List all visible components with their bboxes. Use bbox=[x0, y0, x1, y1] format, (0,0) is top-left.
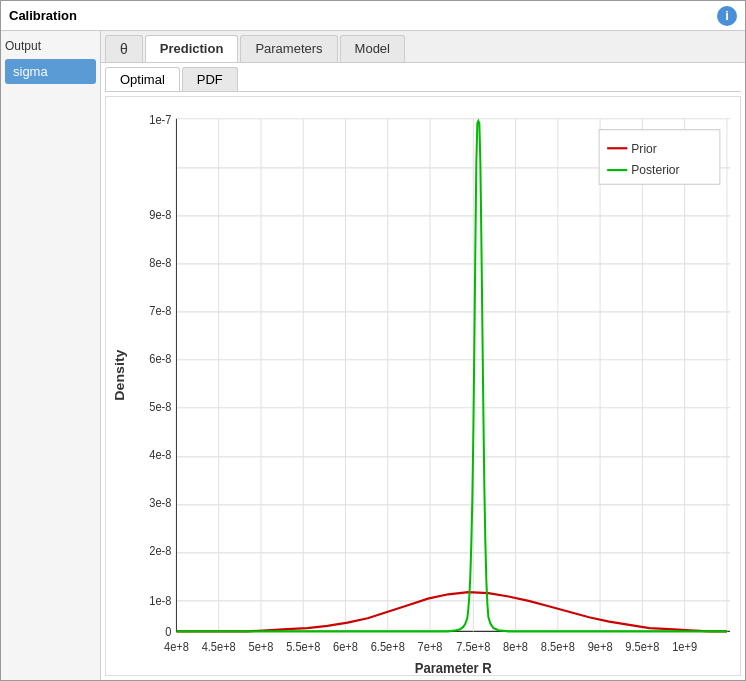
right-panel: θ Prediction Parameters Model Optimal PD… bbox=[101, 31, 745, 680]
chart-container: 0 1e-8 2e-8 3e-8 4e-8 5e-8 6e-8 7e-8 8e-… bbox=[105, 96, 741, 676]
svg-text:Prior: Prior bbox=[631, 141, 656, 156]
svg-text:Parameter R: Parameter R bbox=[415, 660, 492, 675]
svg-text:Density: Density bbox=[113, 349, 127, 401]
svg-text:1e-8: 1e-8 bbox=[149, 595, 171, 607]
tab-model[interactable]: Model bbox=[340, 35, 405, 62]
calibration-window: Calibration i Output sigma θ Prediction … bbox=[0, 0, 746, 681]
svg-text:9e-8: 9e-8 bbox=[149, 209, 171, 221]
sidebar-item-sigma[interactable]: sigma bbox=[5, 59, 96, 84]
sub-tab-optimal[interactable]: Optimal bbox=[105, 67, 180, 91]
svg-text:5.5e+8: 5.5e+8 bbox=[286, 641, 320, 653]
svg-text:1e-7: 1e-7 bbox=[149, 114, 171, 126]
svg-text:7.5e+8: 7.5e+8 bbox=[456, 641, 490, 653]
svg-text:5e-8: 5e-8 bbox=[149, 401, 171, 413]
posterior-curve bbox=[176, 121, 726, 631]
svg-text:8.5e+8: 8.5e+8 bbox=[541, 641, 575, 653]
svg-text:1e+9: 1e+9 bbox=[672, 641, 697, 653]
main-content: Output sigma θ Prediction Parameters Mod… bbox=[1, 31, 745, 680]
svg-text:9.5e+8: 9.5e+8 bbox=[625, 641, 659, 653]
title-bar: Calibration i bbox=[1, 1, 745, 31]
chart-svg: 0 1e-8 2e-8 3e-8 4e-8 5e-8 6e-8 7e-8 8e-… bbox=[106, 97, 740, 675]
svg-text:3e-8: 3e-8 bbox=[149, 497, 171, 509]
sidebar-label: Output bbox=[5, 39, 96, 53]
tab-parameters[interactable]: Parameters bbox=[240, 35, 337, 62]
prior-curve bbox=[176, 592, 726, 631]
svg-text:4e-8: 4e-8 bbox=[149, 449, 171, 461]
svg-text:2e-8: 2e-8 bbox=[149, 545, 171, 557]
svg-text:8e-8: 8e-8 bbox=[149, 257, 171, 269]
svg-text:7e+8: 7e+8 bbox=[418, 641, 443, 653]
top-tabs: θ Prediction Parameters Model bbox=[101, 31, 745, 63]
sub-tabs: Optimal PDF bbox=[105, 67, 741, 92]
tab-prediction[interactable]: Prediction bbox=[145, 35, 239, 62]
svg-text:7e-8: 7e-8 bbox=[149, 305, 171, 317]
window-title: Calibration bbox=[9, 8, 77, 23]
svg-text:4e+8: 4e+8 bbox=[164, 641, 189, 653]
sidebar: Output sigma bbox=[1, 31, 101, 680]
svg-text:0: 0 bbox=[165, 625, 171, 637]
svg-text:6e+8: 6e+8 bbox=[333, 641, 358, 653]
svg-text:6e-8: 6e-8 bbox=[149, 353, 171, 365]
svg-text:5e+8: 5e+8 bbox=[249, 641, 274, 653]
tab-theta[interactable]: θ bbox=[105, 35, 143, 62]
svg-text:4.5e+8: 4.5e+8 bbox=[202, 641, 236, 653]
svg-text:9e+8: 9e+8 bbox=[588, 641, 613, 653]
svg-text:Posterior: Posterior bbox=[631, 163, 679, 178]
svg-text:8e+8: 8e+8 bbox=[503, 641, 528, 653]
svg-text:6.5e+8: 6.5e+8 bbox=[371, 641, 405, 653]
info-button[interactable]: i bbox=[717, 6, 737, 26]
chart-area: Optimal PDF bbox=[101, 63, 745, 680]
sub-tab-pdf[interactable]: PDF bbox=[182, 67, 238, 91]
